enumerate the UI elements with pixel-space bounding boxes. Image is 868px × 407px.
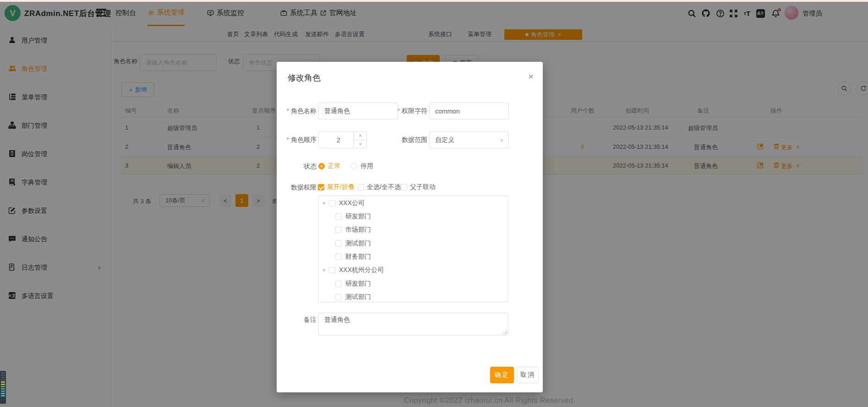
- tree-checkbox[interactable]: [329, 200, 335, 206]
- remark-field-label: 备注: [304, 316, 317, 324]
- status-radio-normal-label[interactable]: 正常: [328, 162, 341, 170]
- tree-checkbox[interactable]: [335, 254, 342, 260]
- tree-expand-icon[interactable]: ▼: [322, 201, 329, 206]
- role-key-input[interactable]: [430, 103, 508, 119]
- remark-textarea[interactable]: 普通角色: [319, 313, 508, 335]
- tree-checkbox[interactable]: [335, 213, 342, 220]
- stepper-down-icon[interactable]: ∨: [354, 140, 366, 148]
- tree-expand-icon[interactable]: ▼: [322, 267, 329, 273]
- tree-node-dept[interactable]: 测试部门: [335, 239, 371, 249]
- dialog-close-icon[interactable]: ×: [528, 72, 534, 81]
- data-scope-field-label: 数据范围: [402, 136, 427, 144]
- tree-node-dept[interactable]: 市场部门: [335, 225, 371, 235]
- stepper-up-icon[interactable]: ∧: [354, 132, 366, 140]
- permission-tree: ▼ XXX公司 研发部门 市场部门 测试部门 财务部门 ▼: [318, 195, 508, 302]
- role-sort-field-label: 角色顺序: [287, 136, 317, 144]
- role-name-field-label: 角色名称: [287, 107, 317, 115]
- tree-node-dept[interactable]: 测试部门: [335, 292, 371, 302]
- confirm-button[interactable]: 确定: [490, 367, 514, 383]
- textarea-resize-handle[interactable]: [502, 330, 507, 334]
- select-all-checkbox[interactable]: [358, 184, 364, 190]
- tree-node-dept[interactable]: 研发部门: [335, 212, 371, 222]
- parent-child-link-label[interactable]: 父子联动: [410, 183, 436, 191]
- cancel-button[interactable]: 取消: [517, 367, 539, 383]
- tree-checkbox[interactable]: [335, 227, 342, 233]
- data-scope-select[interactable]: 自定义 ∨: [429, 131, 509, 148]
- edit-role-dialog: 修改角色 × 角色名称 权限字符 角色顺序 ∧ ∨ 数据范围 自定义 ∨ 状态 …: [277, 62, 543, 392]
- select-chevron-down-icon: ∨: [500, 137, 504, 143]
- window-top-edge: [0, 0, 868, 2]
- select-all-label[interactable]: 全选/全不选: [367, 183, 401, 191]
- remark-textarea-wrap: 普通角色: [318, 313, 508, 336]
- role-key-field-label: 权限字符: [398, 107, 427, 115]
- role-name-input[interactable]: [319, 103, 398, 119]
- status-radio-normal[interactable]: [318, 163, 325, 169]
- status-field-label: 状态: [304, 163, 317, 171]
- tree-checkbox[interactable]: [335, 281, 342, 287]
- expand-collapse-checkbox[interactable]: [318, 184, 324, 190]
- role-sort-stepper: ∧ ∨: [318, 131, 367, 148]
- minimized-devtools-widget[interactable]: [0, 371, 6, 404]
- tree-node-company-2[interactable]: ▼ XXX杭州分公司: [322, 265, 384, 275]
- tree-node-dept[interactable]: 财务部门: [335, 252, 371, 262]
- data-perm-field-label: 数据权限: [291, 184, 317, 192]
- tree-node-dept[interactable]: 研发部门: [335, 279, 371, 289]
- app-window: V ZRAdmin.NET后台管理 控制台 系统管理 系统监控 系统工具 官网地…: [0, 0, 868, 407]
- status-radio-disabled-label[interactable]: 停用: [360, 162, 373, 170]
- tree-checkbox[interactable]: [329, 267, 335, 273]
- role-name-input-wrap: [318, 103, 398, 119]
- dialog-title: 修改角色: [288, 72, 321, 83]
- tree-node-company-1[interactable]: ▼ XXX公司: [322, 198, 365, 208]
- expand-collapse-label[interactable]: 展开/折叠: [327, 183, 355, 191]
- tree-checkbox[interactable]: [335, 240, 342, 247]
- role-key-input-wrap: [429, 103, 509, 119]
- tree-checkbox[interactable]: [335, 294, 342, 300]
- status-radio-disabled[interactable]: [351, 163, 357, 169]
- parent-child-link-checkbox[interactable]: [401, 184, 407, 190]
